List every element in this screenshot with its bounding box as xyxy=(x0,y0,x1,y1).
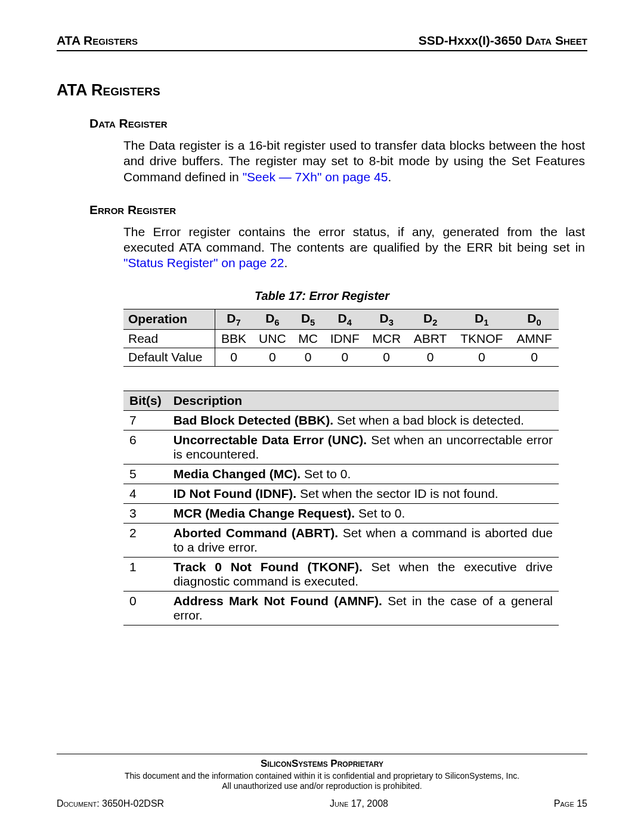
table-cell: ABRT xyxy=(407,329,454,348)
link-status-register[interactable]: "Status Register" on page 22 xyxy=(123,256,284,270)
desc-cell: Track 0 Not Found (TKONF). Set when the … xyxy=(168,557,559,591)
table-cell: MCR xyxy=(366,329,407,348)
table-cell: UNC xyxy=(253,329,293,348)
table-cell: 0 xyxy=(253,348,293,366)
footer-divider xyxy=(57,754,587,754)
header-left: ATA Registers xyxy=(57,33,138,48)
bit-cell: 6 xyxy=(123,430,168,464)
table-cell: 0 xyxy=(215,348,253,366)
desc-cell: Bad Block Detected (BBK). Set when a bad… xyxy=(168,410,559,430)
desc-cell: MCR (Media Change Request). Set to 0. xyxy=(168,503,559,523)
table17-th-d3: D3 xyxy=(366,309,407,329)
desc-cell: Aborted Command (ABRT). Set when a comma… xyxy=(168,523,559,557)
table-cell: Default Value xyxy=(123,348,215,366)
desc-th-bits: Bit(s) xyxy=(123,391,168,410)
bit-cell: 7 xyxy=(123,410,168,430)
footer-confidential: This document and the information contai… xyxy=(57,771,587,791)
table17-th-d1: D1 xyxy=(453,309,510,329)
desc-th-desc: Description xyxy=(168,391,559,410)
table-row: 1Track 0 Not Found (TKONF). Set when the… xyxy=(123,557,559,591)
bit-cell: 5 xyxy=(123,464,168,484)
table-cell: BBK xyxy=(215,329,253,348)
table17-th-d6: D6 xyxy=(253,309,293,329)
table-row: ReadBBKUNCMCIDNFMCRABRTTKNOFAMNF xyxy=(123,329,559,348)
table-cell: 0 xyxy=(453,348,510,366)
header-divider xyxy=(57,50,587,51)
bit-description-table: Bit(s) Description 7Bad Block Detected (… xyxy=(123,391,559,625)
section-error-register-text: The Error register contains the error st… xyxy=(123,224,585,271)
bit-cell: 0 xyxy=(123,591,168,625)
table-cell: AMNF xyxy=(510,329,559,348)
section-error-register-heading: Error Register xyxy=(89,203,587,217)
desc-header-row: Bit(s) Description xyxy=(123,391,559,410)
table17-th-d5: D5 xyxy=(292,309,324,329)
table-cell: Read xyxy=(123,329,215,348)
table-row: 6Uncorrectable Data Error (UNC). Set whe… xyxy=(123,430,559,464)
table-row: 5Media Changed (MC). Set to 0. xyxy=(123,464,559,484)
table-row: 3MCR (Media Change Request). Set to 0. xyxy=(123,503,559,523)
bit-cell: 3 xyxy=(123,503,168,523)
section-data-register-heading: Data Register xyxy=(89,116,587,131)
table-cell: 0 xyxy=(510,348,559,366)
table17-caption: Table 17: Error Register xyxy=(57,289,587,303)
table-cell: TKNOF xyxy=(453,329,510,348)
table-cell: 0 xyxy=(324,348,366,366)
footer-document: Document: 3650H-02DSR xyxy=(57,798,164,809)
header-right: SSD-Hxxx(I)-3650 Data Sheet xyxy=(419,33,587,48)
table-row: 7Bad Block Detected (BBK). Set when a ba… xyxy=(123,410,559,430)
link-seek-7xh[interactable]: "Seek — 7Xh" on page 45 xyxy=(243,170,388,184)
page-header: ATA Registers SSD-Hxxx(I)-3650 Data Shee… xyxy=(57,33,587,48)
table-cell: MC xyxy=(292,329,324,348)
table17-th-d7: D7 xyxy=(215,309,253,329)
table17-th-d2: D2 xyxy=(407,309,454,329)
footer-date: June 17, 2008 xyxy=(330,798,388,809)
bit-cell: 2 xyxy=(123,523,168,557)
desc-cell: Uncorrectable Data Error (UNC). Set when… xyxy=(168,430,559,464)
section-data-register-text: The Data register is a 16-bit register u… xyxy=(123,138,585,185)
page-footer: SiliconSystems Proprietary This document… xyxy=(57,754,587,809)
footer-bottom-row: Document: 3650H-02DSR June 17, 2008 Page… xyxy=(57,798,587,809)
table17-header-row: Operation D7 D6 D5 D4 D3 D2 D1 D0 xyxy=(123,309,559,329)
table-row: 4ID Not Found (IDNF). Set when the secto… xyxy=(123,484,559,503)
bit-cell: 4 xyxy=(123,484,168,503)
table-cell: 0 xyxy=(366,348,407,366)
table-cell: 0 xyxy=(292,348,324,366)
footer-page: Page 15 xyxy=(554,798,587,809)
table17-th-operation: Operation xyxy=(123,309,215,329)
desc-cell: ID Not Found (IDNF). Set when the sector… xyxy=(168,484,559,503)
table17-th-d4: D4 xyxy=(324,309,366,329)
table-cell: 0 xyxy=(407,348,454,366)
table-row: 2Aborted Command (ABRT). Set when a comm… xyxy=(123,523,559,557)
table-row: 0Address Mark Not Found (AMNF). Set in t… xyxy=(123,591,559,625)
desc-cell: Media Changed (MC). Set to 0. xyxy=(168,464,559,484)
table-row: Default Value00000000 xyxy=(123,348,559,366)
desc-cell: Address Mark Not Found (AMNF). Set in th… xyxy=(168,591,559,625)
page-title: ATA Registers xyxy=(57,81,587,100)
table17-th-d0: D0 xyxy=(510,309,559,329)
bit-cell: 1 xyxy=(123,557,168,591)
table17: Operation D7 D6 D5 D4 D3 D2 D1 D0 ReadBB… xyxy=(123,309,559,367)
footer-proprietary: SiliconSystems Proprietary xyxy=(57,758,587,770)
table-cell: IDNF xyxy=(324,329,366,348)
